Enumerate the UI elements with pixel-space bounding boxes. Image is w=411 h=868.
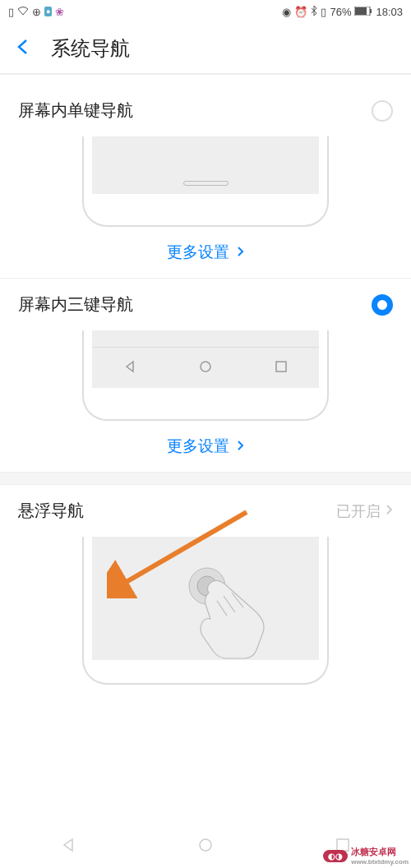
bluetooth-icon — [311, 6, 317, 18]
svg-point-3 — [201, 362, 210, 372]
sync-icon: ⊕ — [32, 6, 41, 18]
nav-recent-icon — [275, 360, 288, 376]
wifi-icon — [17, 6, 29, 18]
floating-finger-icon — [92, 537, 322, 660]
chevron-right-icon — [237, 437, 244, 455]
watermark-url: www.btxtdmy.com — [351, 858, 409, 866]
time-label: 18:03 — [376, 6, 403, 18]
svg-rect-1 — [355, 7, 367, 15]
single-key-bar-icon — [183, 181, 229, 186]
radio-selected-icon[interactable] — [372, 294, 393, 316]
option-three-key[interactable]: 屏幕内三键导航 — [0, 279, 411, 330]
watermark: ◐◑ 冰糖安卓网 www.btxtdmy.com — [323, 846, 409, 866]
chevron-right-icon — [237, 243, 244, 261]
preview-three-key — [82, 330, 329, 421]
status-left: ▯ ⊕ ● ❀ — [8, 6, 64, 18]
option-three-key-label: 屏幕内三键导航 — [18, 293, 133, 316]
battery-percent: 76% — [330, 6, 351, 18]
battery-icon — [354, 6, 372, 18]
eye-icon: ◉ — [282, 6, 291, 18]
vibrate-icon: ▯ — [321, 6, 326, 18]
app-icon-1: ● — [44, 7, 52, 16]
more-settings-single-label: 更多设置 — [167, 243, 229, 261]
nav-back-icon[interactable] — [60, 837, 76, 856]
alarm-icon: ⏰ — [294, 6, 307, 18]
option-floating-status: 已开启 — [336, 501, 393, 521]
chevron-right-icon — [386, 502, 393, 519]
nav-back-icon — [123, 360, 136, 376]
status-bar: ▯ ⊕ ● ❀ ◉ ⏰ ▯ 76% 18:03 — [0, 0, 411, 23]
preview-floating — [82, 537, 329, 685]
svg-rect-2 — [370, 9, 372, 13]
status-right: ◉ ⏰ ▯ 76% 18:03 — [282, 6, 403, 18]
more-settings-three[interactable]: 更多设置 — [0, 421, 411, 473]
more-settings-single[interactable]: 更多设置 — [0, 227, 411, 279]
more-settings-three-label: 更多设置 — [167, 437, 229, 455]
nav-home-icon[interactable] — [197, 837, 214, 856]
header: 系统导航 — [0, 23, 411, 74]
option-single-key[interactable]: 屏幕内单键导航 — [0, 75, 411, 136]
option-floating-label: 悬浮导航 — [18, 500, 84, 522]
section-gap — [0, 473, 411, 484]
floating-status-text: 已开启 — [336, 501, 381, 521]
svg-point-9 — [200, 839, 211, 851]
svg-rect-4 — [276, 362, 286, 372]
app-icon-2: ❀ — [55, 6, 64, 18]
nav-home-icon — [199, 360, 212, 376]
watermark-logo-icon: ◐◑ — [323, 850, 348, 862]
back-arrow-icon[interactable] — [15, 35, 33, 62]
watermark-text: 冰糖安卓网 — [351, 846, 409, 858]
option-floating[interactable]: 悬浮导航 已开启 — [0, 484, 411, 537]
preview-single-key — [82, 136, 329, 227]
option-single-key-label: 屏幕内单键导航 — [18, 99, 133, 122]
radio-unselected-icon[interactable] — [372, 100, 393, 122]
page-title: 系统导航 — [51, 35, 130, 62]
sim-icon: ▯ — [8, 6, 14, 18]
